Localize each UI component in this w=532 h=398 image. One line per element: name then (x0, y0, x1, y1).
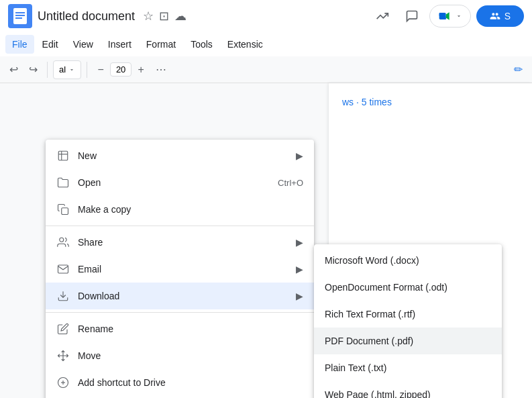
add-shortcut-label: Add shortcut to Drive (78, 377, 303, 388)
download-submenu: Microsoft Word (.docx) OpenDocument Form… (314, 244, 502, 398)
divider-1 (46, 226, 314, 226)
download-icon (56, 290, 70, 302)
menu-tools[interactable]: Tools (184, 35, 219, 54)
svg-rect-1 (15, 12, 25, 13)
menu-item-download[interactable]: Download ▶ (46, 283, 314, 309)
docs-app-icon (8, 4, 32, 28)
chat-icon[interactable] (400, 4, 424, 28)
font-size-display[interactable]: 20 (110, 62, 131, 77)
add-shortcut-icon (56, 377, 70, 389)
open-shortcut: Ctrl+O (278, 178, 303, 188)
menu-item-open[interactable]: Open Ctrl+O (46, 169, 314, 196)
new-label: New (78, 150, 288, 161)
more-toolbar-options[interactable]: ⋯ (152, 60, 170, 79)
share-arrow: ▶ (296, 237, 303, 248)
redo-button[interactable]: ↪ (25, 60, 42, 79)
star-icon[interactable]: ☆ (143, 9, 154, 23)
menu-item-add-shortcut[interactable]: Add shortcut to Drive (46, 369, 314, 396)
svg-rect-12 (62, 208, 68, 215)
menu-item-make-copy[interactable]: Make a copy (46, 196, 314, 223)
toolbar: ↩ ↪ al − 20 + ⋯ ✏ (0, 56, 532, 83)
meet-button[interactable] (429, 5, 471, 28)
decrease-font-size[interactable]: − (93, 62, 109, 78)
save-to-drive-icon[interactable]: ⊡ (159, 9, 169, 23)
cloud-save-icon[interactable]: ☁ (174, 9, 187, 23)
share-label-menu: Share (78, 237, 288, 248)
font-selector[interactable]: al (53, 60, 81, 79)
new-icon (56, 150, 70, 162)
font-size-control: − 20 + (93, 62, 149, 78)
menu-item-share[interactable]: Share ▶ (46, 229, 314, 256)
open-label: Open (78, 177, 270, 188)
increase-font-size[interactable]: + (133, 62, 149, 78)
divider-2 (46, 312, 314, 313)
menu-item-rename[interactable]: Rename (46, 315, 314, 342)
make-copy-label: Make a copy (78, 204, 303, 215)
download-label: Download (78, 291, 288, 301)
menu-view[interactable]: View (66, 35, 100, 54)
svg-rect-2 (15, 15, 25, 16)
new-arrow: ▶ (296, 150, 303, 161)
svg-rect-3 (15, 17, 22, 19)
menu-extensions[interactable]: Extensic (221, 35, 270, 54)
menu-item-new[interactable]: New ▶ (46, 142, 314, 169)
rename-label: Rename (78, 324, 303, 334)
submenu-txt[interactable]: Plain Text (.txt) (314, 354, 502, 381)
trending-icon[interactable] (370, 4, 394, 28)
undo-button[interactable]: ↩ (5, 60, 22, 79)
toolbar-separator-2 (87, 62, 87, 78)
svg-rect-6 (439, 13, 442, 16)
copy-icon (56, 203, 70, 215)
submenu-pdf[interactable]: PDF Document (.pdf) (314, 328, 502, 354)
title-action-icons: ☆ ⊡ ☁ (143, 9, 187, 23)
menu-edit[interactable]: Edit (36, 35, 65, 54)
svg-point-13 (60, 238, 64, 242)
top-right-controls: S (370, 4, 524, 28)
submenu-docx[interactable]: Microsoft Word (.docx) (314, 247, 502, 274)
doc-content-text: ws · 5 times (329, 83, 532, 121)
download-arrow: ▶ (296, 291, 303, 301)
toolbar-separator-1 (47, 62, 48, 78)
menu-format[interactable]: Format (140, 35, 182, 54)
svg-marker-5 (445, 12, 449, 20)
share-label: S (504, 11, 511, 21)
share-button[interactable]: S (476, 5, 524, 27)
move-icon (56, 350, 70, 362)
menu-item-move[interactable]: Move (46, 342, 314, 369)
email-arrow: ▶ (296, 264, 303, 275)
document-title[interactable]: Untitled document (38, 9, 135, 23)
menu-bar: File Edit View Insert Format Tools Exten… (0, 32, 532, 56)
submenu-odt[interactable]: OpenDocument Format (.odt) (314, 274, 502, 301)
svg-rect-7 (442, 16, 445, 19)
share-menu-icon (56, 236, 70, 248)
rename-icon (56, 323, 70, 335)
menu-item-email[interactable]: Email ▶ (46, 256, 314, 283)
svg-rect-9 (58, 151, 68, 160)
menu-file[interactable]: File (5, 35, 34, 54)
menu-insert[interactable]: Insert (101, 35, 138, 54)
move-label: Move (78, 350, 303, 361)
submenu-rtf[interactable]: Rich Text Format (.rtf) (314, 301, 502, 328)
open-icon (56, 177, 70, 189)
file-dropdown-menu: New ▶ Open Ctrl+O Make a copy (46, 140, 314, 398)
edit-document-btn[interactable]: ✏ (510, 60, 527, 79)
email-icon (56, 263, 70, 275)
title-bar: Untitled document ☆ ⊡ ☁ (0, 0, 532, 32)
submenu-html[interactable]: Web Page (.html, zipped) (314, 381, 502, 398)
email-label: Email (78, 264, 288, 275)
